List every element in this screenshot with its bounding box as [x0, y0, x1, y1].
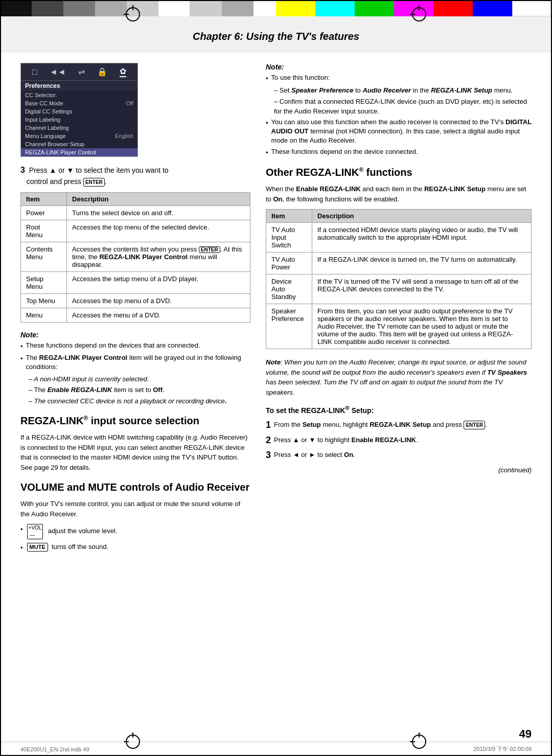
- right-note-depend: • These functions depend on the device c…: [266, 147, 532, 157]
- note-item-1: • These functions depend on the devices …: [20, 341, 250, 351]
- table-cell-item: TV AutoPower: [266, 253, 312, 274]
- menu-top-bar: □ ◄◄ ⇌ 🔒 ✿: [21, 63, 137, 81]
- table-cell-desc: Accesses the menu of a DVD.: [67, 308, 250, 323]
- setup-step-1: 1 From the Setup menu, highlight REGZA-L…: [266, 420, 532, 431]
- top-bar-right: [276, 0, 552, 16]
- right-sub-1: – Set Speaker Preference to Audio Receiv…: [274, 85, 532, 96]
- setup-step-2: 2 Press ▲ or ▼ to highlight Enable REGZA…: [266, 435, 532, 446]
- bullet-vol: • +VOL — adjust the volume level.: [20, 524, 250, 539]
- right-note-sub: – Set Speaker Preference to Audio Receiv…: [266, 85, 532, 117]
- table-row: TV AutoPower If a REGZA-LINK device is t…: [266, 253, 532, 274]
- table-row: SetupMenu Accesses the setup menu of a D…: [21, 272, 250, 294]
- menu-icon-settings: ✿: [120, 66, 126, 77]
- table-row: Menu Accesses the menu of a DVD.: [21, 308, 250, 323]
- bullet-mute: • MUTE turns off the sound.: [20, 542, 250, 553]
- step-num-3b: 3: [266, 450, 271, 461]
- bar-yellow: [276, 0, 315, 16]
- right-bottom-note: Note: When you turn on the Audio Receive…: [266, 357, 532, 397]
- step3b-text: Press ◄ or ► to select On.: [274, 450, 355, 460]
- table-cell-desc: If a connected HDMI device starts playin…: [312, 223, 532, 253]
- note-sub-item-1: – A non-HDMI input is currently selected…: [29, 374, 250, 384]
- table-row: SpeakerPreference From this item, you ca…: [266, 304, 532, 349]
- setup-steps-list: 1 From the Setup menu, highlight REGZA-L…: [266, 420, 532, 461]
- table-header-desc: Description: [67, 193, 250, 206]
- table-cell-item: ContentsMenu: [21, 242, 67, 272]
- bar-red: [433, 0, 473, 16]
- bullet-icon: •: [266, 74, 268, 83]
- section1-heading: REGZA-LINK® input source selection: [20, 414, 250, 427]
- right-column: Note: • To use this function: – Set Spea…: [266, 63, 532, 558]
- menu-row-ccselector: CC Selector:: [21, 91, 137, 99]
- note-text-1: These functions depend on the devices th…: [26, 341, 200, 350]
- right-note-touse: • To use this function:: [266, 73, 532, 83]
- bar-blue: [473, 0, 512, 16]
- bar-green: [355, 0, 394, 16]
- menu-icon-tv: □: [32, 67, 37, 77]
- right-note-also: • You can also use this function when th…: [266, 118, 532, 146]
- table-row: Device AutoStandby If the TV is turned o…: [266, 274, 532, 304]
- menu-row-regzalink: REGZA-LINK Player Control: [21, 148, 137, 156]
- chapter-heading: Chapter 6: Using the TV's features: [1, 16, 551, 53]
- menu-row-channelbrowser: Channel Browser Setup: [21, 140, 137, 148]
- setup-section: To set the REGZA-LINK® Setup: 1 From the…: [266, 404, 532, 461]
- table-cell-item: Menu: [21, 308, 67, 323]
- section2-heading: VOLUME and MUTE controls of Audio Receiv…: [20, 480, 250, 494]
- continued-text: (continued): [266, 466, 532, 474]
- top-bar-left: [0, 0, 276, 16]
- table-cell-desc: If the TV is turned off the TV will send…: [312, 274, 532, 304]
- depend-text: These functions depend on the device con…: [271, 147, 418, 156]
- left-column: □ ◄◄ ⇌ 🔒 ✿ Preferences CC Selector: Base…: [20, 63, 250, 558]
- bar-gray6: [222, 0, 254, 16]
- right-note-block: Note: • To use this function: – Set Spea…: [266, 63, 532, 157]
- setup-step-3: 3 Press ◄ or ► to select On.: [266, 450, 532, 461]
- right-item-table: Item Description TV AutoInput Switch If …: [266, 209, 532, 349]
- step3-instruction: 3 Press ▲ or ▼ to select the item you wa…: [20, 164, 250, 187]
- table-cell-item: SetupMenu: [21, 272, 67, 294]
- menu-section-title: Preferences: [21, 81, 137, 91]
- menu-icon-audio: ◄◄: [50, 67, 66, 77]
- main-content: □ ◄◄ ⇌ 🔒 ✿ Preferences CC Selector: Base…: [0, 53, 552, 568]
- footer: 40E200U1_EN-2nd.indb 49 2010/3/9 下午 02:0…: [0, 742, 552, 756]
- bar-gray5: [190, 0, 222, 16]
- mute-icon: MUTE: [27, 543, 48, 552]
- bar-magenta: [394, 0, 433, 16]
- note-sub-item-2: – The Enable REGZA-LINK item is set to O…: [29, 385, 250, 395]
- section1-para: If a REGZA-LINK device with HDMI switchi…: [20, 432, 250, 472]
- menu-row-inputlabel: Input Labeling: [21, 116, 137, 124]
- menu-screenshot: □ ◄◄ ⇌ 🔒 ✿ Preferences CC Selector: Base…: [20, 63, 138, 157]
- table-cell-item: RootMenu: [21, 220, 67, 242]
- right-sub-2: – Confirm that a connected REGZA-LINK de…: [274, 97, 532, 117]
- menu-icon-lock: 🔒: [97, 67, 107, 77]
- step-num-1: 1: [266, 420, 271, 431]
- table-header-item: Item: [21, 193, 67, 206]
- section2-para: With your TV's remote control, you can a…: [20, 499, 250, 519]
- bar-white2: [512, 0, 550, 16]
- item-table: Item Description Power Turns the select …: [20, 192, 250, 323]
- enter-button-icon: ENTER: [83, 178, 105, 187]
- table-row: ContentsMenu Accesses the contents list …: [21, 242, 250, 272]
- menu-row-digitalcc: Digital CC Settings: [21, 107, 137, 116]
- section2-bullets: • +VOL — adjust the volume level. • MUTE…: [20, 524, 250, 553]
- table-cell-desc: From this item, you can set your audio o…: [312, 304, 532, 349]
- menu-row-menulang: Menu Language English: [21, 132, 137, 140]
- note-sub-item-3: – The connected CEC device is not a play…: [29, 396, 250, 406]
- vol-text: +VOL — adjust the volume level.: [27, 524, 118, 539]
- table-cell-desc: Accesses the top menu of the selected de…: [67, 220, 250, 242]
- note-sub-list: – A non-HDMI input is currently selected…: [20, 374, 250, 406]
- step2-text: Press ▲ or ▼ to highlight Enable REGZA-L…: [274, 435, 418, 445]
- bar-cyan: [315, 0, 355, 16]
- table-cell-item: Device AutoStandby: [266, 274, 312, 304]
- step-number-3: 3: [20, 166, 25, 174]
- bullet-icon: •: [266, 148, 268, 157]
- menu-row-channellabel: Channel Labeling: [21, 124, 137, 132]
- table-cell-desc: If a REGZA-LINK device is turned on, the…: [312, 253, 532, 274]
- bullet-icon: •: [266, 119, 268, 128]
- bullet-icon: •: [20, 354, 23, 363]
- table-cell-item: TV AutoInput Switch: [266, 223, 312, 253]
- mute-text: MUTE turns off the sound.: [27, 542, 108, 552]
- section3-heading: Other REGZA-LINK® functions: [266, 166, 532, 179]
- bar-gray1: [32, 0, 63, 16]
- menu-icon-channel: ⇌: [78, 67, 85, 77]
- table-cell-desc: Accesses the top menu of a DVD.: [67, 294, 250, 308]
- setup-heading: To set the REGZA-LINK® Setup:: [266, 404, 532, 415]
